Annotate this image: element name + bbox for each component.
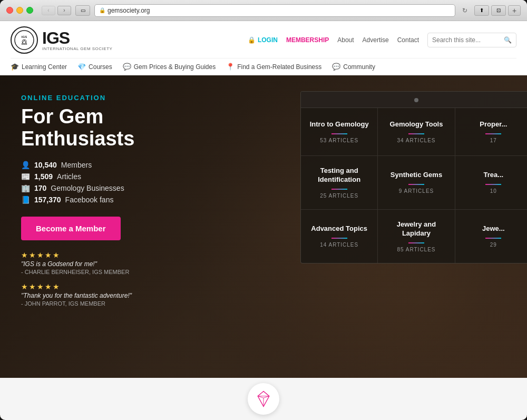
logo-text: IGS (42, 30, 112, 46)
back-button[interactable]: ‹ (42, 6, 55, 15)
course-name: Jewe... (482, 224, 505, 233)
about-link[interactable]: About (337, 36, 354, 44)
refresh-button[interactable]: ↻ (460, 5, 470, 16)
nav-community-label: Community (343, 63, 375, 71)
nav-find-business-label: Find a Gem-Related Business (237, 63, 321, 71)
close-button[interactable] (6, 7, 13, 14)
businesses-count: 170 (34, 184, 46, 192)
testimonial-text-2: "Thank you for the fantastic adventure!" (21, 292, 221, 299)
diamond-svg (254, 389, 273, 408)
course-name: Trea... (484, 171, 504, 180)
share-button[interactable]: ⬆ (474, 5, 489, 16)
svg-text:IGS: IGS (22, 35, 27, 38)
contact-link[interactable]: Contact (397, 36, 419, 44)
courses-icon: 💎 (77, 63, 86, 71)
become-member-button[interactable]: Become a Member (21, 217, 121, 240)
nav-community[interactable]: 💬 Community (332, 63, 375, 71)
forward-button[interactable]: › (57, 6, 71, 15)
search-icon[interactable]: 🔍 (504, 36, 512, 44)
minimize-button[interactable] (16, 7, 23, 14)
find-business-icon: 📍 (226, 63, 235, 71)
course-divider (331, 133, 347, 134)
course-row-1: Intro to Gemology 53 ARTICLES Gemology T… (301, 108, 527, 156)
nav-find-business[interactable]: 📍 Find a Gem-Related Business (226, 63, 321, 71)
articles-icon: 📰 (21, 172, 30, 181)
address-bar[interactable]: 🔒 gemsociety.org (94, 4, 455, 17)
testimonial-text-1: "IGS is a Godsend for me!" (21, 260, 221, 268)
new-tab-button[interactable]: + (508, 5, 521, 16)
facebook-count: 157,370 (34, 196, 61, 204)
nav-courses[interactable]: 💎 Courses (77, 63, 112, 71)
members-icon: 👤 (21, 161, 30, 169)
hero-title: For Gem Enthusiasts (21, 106, 221, 150)
course-intro-gemology[interactable]: Intro to Gemology 53 ARTICLES (301, 108, 378, 155)
nav-learning-center[interactable]: 🎓 Learning Center (11, 63, 67, 71)
course-row-3: Advanced Topics 14 ARTICLES Jewelry and … (301, 210, 527, 263)
search-input[interactable] (432, 36, 501, 44)
stat-members: 👤 10,540 Members (21, 161, 221, 169)
grid-dot-indicator (301, 92, 527, 108)
header-top: IGS IGS INTERNATIONAL GEM SOCIETY 🔒 LOGI… (11, 21, 516, 58)
course-divider (331, 189, 347, 190)
logo-emblem: IGS (11, 26, 38, 54)
course-divider (408, 133, 424, 134)
community-icon: 💬 (332, 63, 340, 71)
course-treatments[interactable]: Trea... 10 (455, 156, 527, 209)
course-gemology-tools[interactable]: Gemology Tools 34 ARTICLES (378, 108, 455, 155)
course-properties[interactable]: Proper... 17 (455, 108, 527, 155)
course-articles: 17 (490, 138, 497, 143)
login-link[interactable]: 🔒 LOGIN (248, 36, 278, 44)
advertise-link[interactable]: Advertise (363, 36, 389, 44)
membership-link[interactable]: MEMBERSHIP (286, 36, 329, 44)
members-count: 10,540 (34, 161, 57, 169)
articles-count: 1,509 (34, 172, 53, 181)
course-divider (408, 242, 424, 243)
course-grid-overlay: Intro to Gemology 53 ARTICLES Gemology T… (300, 91, 527, 263)
logo-area[interactable]: IGS IGS INTERNATIONAL GEM SOCIETY (11, 26, 112, 54)
course-testing-identification[interactable]: Testing and Identification 25 ARTICLES (301, 156, 378, 209)
search-bar[interactable]: 🔍 (427, 33, 516, 47)
dot-icon (414, 98, 418, 102)
testimonial-2: ★★★★★ "Thank you for the fantastic adven… (21, 282, 221, 307)
course-articles: 14 ARTICLES (320, 242, 358, 248)
header-bottom: 🎓 Learning Center 💎 Courses 💬 Gem Prices… (11, 58, 516, 75)
url-display: gemsociety.org (108, 7, 150, 14)
businesses-label: Gemology Businesses (51, 184, 124, 192)
nav-learning-label: Learning Center (22, 63, 67, 71)
course-name: Testing and Identification (309, 167, 369, 184)
course-articles: 85 ARTICLES (397, 247, 435, 252)
gem-prices-icon: 💬 (123, 63, 131, 71)
nav-gem-prices-label: Gem Prices & Buying Guides (134, 63, 216, 71)
title-bar: ‹ › ▭ 🔒 gemsociety.org ↻ ⬆ ⊡ + (0, 0, 527, 21)
course-articles: 25 ARTICLES (320, 193, 358, 199)
testimonial-1: ★★★★★ "IGS is a Godsend for me!" - CHARL… (21, 251, 221, 275)
course-name: Gemology Tools (390, 120, 443, 129)
logo-subtitle: INTERNATIONAL GEM SOCIETY (42, 46, 112, 51)
course-name: Synthetic Gems (391, 171, 442, 180)
course-divider (485, 184, 501, 185)
course-name: Intro to Gemology (310, 120, 369, 129)
course-advanced-topics[interactable]: Advanced Topics 14 ARTICLES (301, 210, 378, 263)
hero-section: ONLINE EDUCATION For Gem Enthusiasts 👤 1… (0, 75, 527, 420)
bookmark-button[interactable]: ⊡ (491, 5, 506, 16)
articles-label: Articles (57, 172, 81, 181)
diamond-logo[interactable] (248, 383, 279, 415)
testimonial-author-2: - JOHN PARROT, IGS MEMBER (21, 300, 221, 307)
course-name: Advanced Topics (311, 224, 367, 233)
facebook-icon: 📘 (21, 196, 30, 204)
course-jewelry-lapidary[interactable]: Jewelry and Lapidary 85 ARTICLES (378, 210, 455, 263)
diamond-section (0, 378, 527, 420)
course-divider (485, 238, 501, 239)
course-jewelry-extra[interactable]: Jewe... 29 (455, 210, 527, 263)
businesses-icon: 🏢 (21, 184, 30, 192)
header-nav: 🔒 LOGIN MEMBERSHIP About Advertise Conta… (248, 33, 516, 47)
stars-1: ★★★★★ (21, 251, 221, 259)
nav-gem-prices[interactable]: 💬 Gem Prices & Buying Guides (123, 63, 216, 71)
course-articles: 29 (490, 242, 497, 248)
course-synthetic-gems[interactable]: Synthetic Gems 9 ARTICLES (378, 156, 455, 209)
members-label: Members (61, 161, 92, 169)
course-divider (408, 184, 424, 185)
tab-view-button[interactable]: ▭ (75, 5, 90, 16)
testimonial-author-1: - CHARLIE BERNHEISER, IGS MEMBER (21, 269, 221, 275)
maximize-button[interactable] (26, 7, 33, 14)
